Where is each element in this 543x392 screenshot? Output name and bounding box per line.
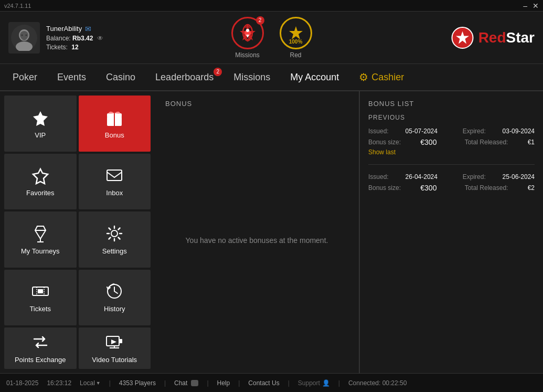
sidebar-item-favorites[interactable]: Favorites [4, 154, 77, 210]
window-controls: – ✕ [523, 2, 539, 9]
sidebar: VIP Bonus Favorites Inbox [0, 91, 155, 373]
bonus-list-title: BONUS LIST [368, 100, 535, 108]
logo: RedStar [451, 26, 535, 49]
close-button[interactable]: ✕ [533, 2, 539, 9]
footer: 01-18-2025 16:23:12 Local ▼ | 4353 Playe… [0, 373, 543, 392]
nav-my-account[interactable]: My Account [288, 72, 341, 83]
footer-time: 16:23:12 [47, 379, 71, 387]
avatar [8, 22, 40, 54]
expired-date-1: 03-09-2024 [503, 128, 535, 135]
bonus-issued-row-2: Issued: 26-04-2024 Expired: 25-06-2024 [368, 173, 535, 181]
footer-connected: Connected: 00:22:50 [348, 379, 407, 387]
missions-badge: 2 [256, 16, 264, 25]
no-bonus-message: You have no active bonuses at the moment… [165, 116, 348, 365]
footer-sep-3: | [207, 379, 208, 387]
missions-icon-item[interactable]: 2 Missions [231, 17, 264, 59]
logo-text: RedStar [478, 29, 535, 46]
nav-cashier[interactable]: ⚙ Cashier [357, 71, 406, 83]
released-value-1: €1 [528, 139, 535, 146]
nav-events[interactable]: Events [55, 72, 88, 83]
email-icon[interactable]: ✉ [85, 25, 91, 33]
leaderboards-badge: 2 [214, 68, 222, 76]
footer-locale[interactable]: Local ▼ [80, 379, 101, 387]
my-tourneys-label: My Tourneys [21, 247, 59, 255]
sidebar-item-tickets[interactable]: Tickets [4, 270, 77, 326]
footer-contact[interactable]: Contact Us [248, 379, 279, 387]
nav-missions[interactable]: Missions [231, 72, 272, 83]
footer-players[interactable]: 4353 Players [119, 379, 156, 387]
tickets-row: Tickets: 12 [46, 44, 103, 51]
balance-icon: 👁 [97, 35, 103, 42]
settings-label: Settings [102, 247, 127, 255]
tickets-value: 12 [71, 44, 78, 51]
svg-point-9 [246, 29, 249, 32]
footer-sep-4: | [238, 379, 240, 387]
size-label-1: Bonus size: [368, 139, 401, 146]
nav-poker[interactable]: Poker [10, 72, 39, 83]
header: TunerAbility ✉ Balance: Rb3.42 👁 Tickets… [0, 12, 543, 64]
released-value-2: €2 [528, 184, 535, 192]
sidebar-item-bonus[interactable]: Bonus [79, 96, 151, 152]
nav: Poker Events Casino Leaderboards 2 Missi… [0, 64, 543, 91]
size-value-1: €300 [420, 138, 436, 146]
size-label-2: Bonus size: [368, 184, 401, 192]
footer-sep-6: | [338, 379, 340, 387]
bonus-entry-2: Issued: 26-04-2024 Expired: 25-06-2024 B… [368, 173, 535, 200]
chat-bubble-icon [191, 380, 198, 386]
svg-rect-24 [38, 289, 43, 293]
footer-date: 01-18-2025 [6, 379, 38, 387]
sidebar-item-vip[interactable]: VIP [4, 96, 77, 152]
footer-sep-5: | [288, 379, 290, 387]
user-section: TunerAbility ✉ Balance: Rb3.42 👁 Tickets… [8, 22, 124, 54]
bonus-size-row-2: Bonus size: €300 Total Released: €2 [368, 184, 535, 192]
sidebar-item-my-tourneys[interactable]: My Tourneys [4, 211, 77, 268]
red-icon-item[interactable]: 100% Red [280, 17, 312, 59]
nav-leaderboards[interactable]: Leaderboards 2 [153, 72, 216, 83]
content-title: BONUS [165, 100, 348, 108]
bonus-label: Bonus [105, 131, 124, 139]
minimize-button[interactable]: – [523, 2, 527, 9]
version-label: v24.7.1.11 [4, 3, 31, 9]
red-label: Red [290, 51, 301, 59]
dropdown-arrow-icon: ▼ [96, 380, 101, 386]
expired-label-1: Expired: [463, 128, 486, 135]
tickets-label: Tickets [29, 305, 51, 313]
support-icon: 👤 [322, 379, 330, 387]
favorites-label: Favorites [26, 189, 54, 197]
red-percent: 100% [289, 39, 303, 45]
svg-point-6 [26, 34, 27, 36]
footer-help[interactable]: Help [217, 379, 230, 387]
main: VIP Bonus Favorites Inbox [0, 91, 543, 373]
footer-chat[interactable]: Chat [174, 379, 198, 387]
show-last-1[interactable]: Show last [368, 149, 396, 156]
balance-value: Rb3.42 [72, 35, 93, 42]
released-label-1: Total Released: [465, 139, 508, 146]
missions-label: Missions [235, 51, 260, 59]
sidebar-item-inbox[interactable]: Inbox [79, 154, 151, 210]
svg-point-20 [111, 230, 118, 237]
vip-label: VIP [35, 131, 46, 139]
sidebar-item-settings[interactable]: Settings [79, 211, 151, 268]
bonus-entry-1: Issued: 05-07-2024 Expired: 03-09-2024 B… [368, 128, 535, 165]
bonus-issued-row-1: Issued: 05-07-2024 Expired: 03-09-2024 [368, 128, 535, 135]
released-label-2: Total Released: [465, 184, 508, 192]
gear-icon: ⚙ [359, 71, 368, 83]
missions-circle: 2 [231, 17, 264, 49]
nav-casino[interactable]: Casino [104, 72, 137, 83]
sidebar-item-points-exchange[interactable]: Points Exchange [4, 327, 77, 369]
red-circle: 100% [280, 17, 312, 49]
size-value-2: €300 [420, 184, 436, 192]
footer-support[interactable]: Support 👤 [298, 379, 330, 387]
expired-label-2: Expired: [463, 173, 486, 181]
issued-date-1: 05-07-2024 [406, 128, 438, 135]
video-tutorials-label: Video Tutorials [92, 356, 137, 364]
sidebar-item-video-tutorials[interactable]: Video Tutorials [79, 327, 151, 369]
sidebar-item-history[interactable]: History [79, 270, 151, 326]
username: TunerAbility [46, 25, 82, 33]
issued-label-2: Issued: [368, 173, 389, 181]
points-exchange-label: Points Exchange [15, 356, 66, 364]
footer-sep-1: | [109, 379, 111, 387]
user-info: TunerAbility ✉ Balance: Rb3.42 👁 Tickets… [46, 25, 103, 51]
issued-label-1: Issued: [368, 128, 389, 135]
svg-rect-29 [119, 339, 122, 343]
